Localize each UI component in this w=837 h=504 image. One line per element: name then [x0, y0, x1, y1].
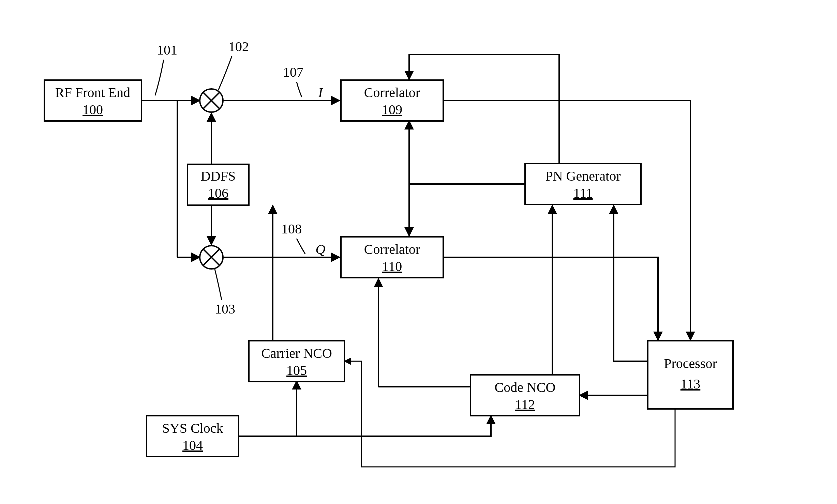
correlator-110-id: 110: [382, 259, 402, 274]
processor-id: 113: [681, 376, 701, 392]
carrier-nco-block: Carrier NCO 105: [249, 341, 344, 382]
correlator-109-id: 109: [382, 102, 402, 117]
code-nco-id: 112: [515, 397, 535, 412]
correlator-109-label: Correlator: [364, 85, 420, 100]
sys-clock-id: 104: [182, 438, 203, 453]
correlator-109-block: Correlator 109: [341, 80, 443, 121]
callout-103: 103: [215, 301, 235, 317]
signal-q-label: Q: [316, 242, 326, 257]
ddfs-block: DDFS 106: [188, 164, 249, 205]
ddfs-label: DDFS: [201, 168, 236, 184]
code-nco-label: Code NCO: [495, 380, 556, 395]
sys-clock-label: SYS Clock: [162, 421, 223, 436]
callout-102: 102: [228, 39, 249, 54]
callout-107: 107: [283, 64, 303, 80]
ddfs-id: 106: [208, 185, 228, 201]
rf-frontend-label: RF Front End: [55, 85, 130, 100]
svg-rect-26: [648, 341, 733, 409]
processor-block: Processor 113: [648, 341, 733, 409]
mixer-102: [200, 89, 223, 112]
rf-frontend-id: 100: [83, 102, 103, 117]
mixer-103: [200, 246, 223, 269]
carrier-nco-label: Carrier NCO: [261, 346, 332, 361]
rf-frontend-block: RF Front End 100: [44, 80, 141, 121]
pn-generator-block: PN Generator 111: [525, 164, 641, 204]
block-diagram: RF Front End 100 DDFS 106 Correlator 109…: [0, 0, 837, 504]
processor-label: Processor: [664, 356, 717, 371]
carrier-nco-id: 105: [286, 363, 307, 378]
code-nco-block: Code NCO 112: [470, 375, 580, 416]
correlator-110-block: Correlator 110: [341, 237, 443, 278]
pn-generator-id: 111: [573, 185, 593, 201]
signal-i-label: I: [318, 85, 323, 100]
pn-generator-label: PN Generator: [545, 168, 621, 184]
callout-108: 108: [281, 221, 302, 236]
sys-clock-block: SYS Clock 104: [147, 416, 239, 457]
callout-101: 101: [157, 42, 177, 58]
correlator-110-label: Correlator: [364, 242, 420, 257]
